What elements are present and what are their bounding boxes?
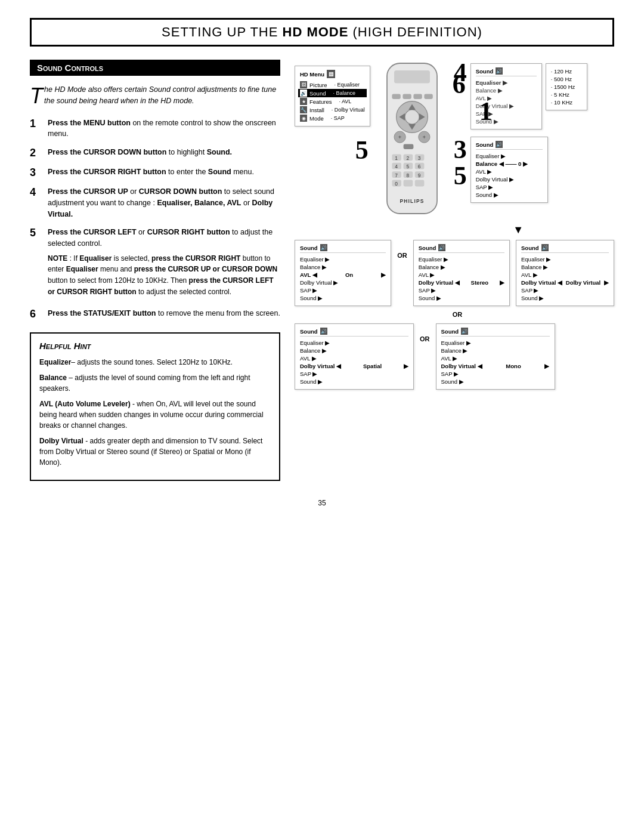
diagrams-container: HD Menu ▤ 🖼 Picture · Equaliser 🔊 Sound … bbox=[295, 60, 614, 390]
intro-text: The HD Mode also offers certain Sound co… bbox=[30, 84, 280, 107]
step-1: 1 Press the MENU button on the remote co… bbox=[30, 118, 280, 140]
step-num-3: 3 bbox=[454, 137, 467, 163]
svg-rect-36 bbox=[403, 180, 413, 187]
step-2: 2 Press the CURSOR DOWN button to highli… bbox=[30, 147, 280, 159]
remote-control: + + 1 bbox=[376, 60, 448, 219]
page-title: Setting up the HD Mode (High Definition) bbox=[30, 18, 614, 47]
dolby-dolby-panel: Sound 🔊 Equaliser ▶ Balance ▶ AVL ▶ Dolb… bbox=[516, 240, 614, 306]
svg-rect-10 bbox=[413, 94, 422, 99]
avl-panel: Sound 🔊 Equaliser ▶ Balance ▶ AVL ◀ On ▶… bbox=[295, 240, 391, 306]
remote-svg: + + 1 bbox=[376, 60, 448, 217]
sound-controls-header: Sound Controls bbox=[30, 60, 280, 76]
balance-panel: Sound 🔊 Equaliser ▶ Balance ◀ —— 0 ▶ AVL… bbox=[470, 137, 548, 203]
svg-text:7: 7 bbox=[395, 172, 398, 178]
svg-text:1: 1 bbox=[395, 155, 398, 161]
hint-para-1: Equalizer– adjusts the sound tones. Sele… bbox=[39, 357, 271, 368]
step-5: 5 Press the CURSOR LEFT or CURSOR RIGHT … bbox=[30, 227, 280, 301]
helpful-hint-title: Helpful Hint bbox=[39, 341, 271, 351]
hint-para-4: Dolby Virtual - adds greater depth and d… bbox=[39, 436, 271, 468]
step-num-5-right: 5 bbox=[454, 163, 467, 189]
svg-rect-16 bbox=[403, 144, 413, 149]
svg-text:8: 8 bbox=[406, 172, 409, 178]
svg-text:3: 3 bbox=[417, 155, 420, 161]
svg-rect-8 bbox=[392, 94, 400, 99]
svg-rect-1 bbox=[394, 70, 430, 84]
step-4: 4 Press the CURSOR UP or CURSOR DOWN but… bbox=[30, 186, 280, 220]
svg-text:4: 4 bbox=[395, 163, 398, 169]
or-connector-3: OR bbox=[420, 323, 430, 343]
step-3: 3 Press the CURSOR RIGHT button to enter… bbox=[30, 166, 280, 179]
svg-text:+: + bbox=[422, 134, 426, 140]
svg-point-3 bbox=[405, 110, 419, 124]
dolby-mono-panel: Sound 🔊 Equaliser ▶ Balance ▶ AVL ▶ Dolb… bbox=[436, 323, 555, 390]
spatial-mono-row: Sound 🔊 Equaliser ▶ Balance ▶ AVL ▶ Dolb… bbox=[295, 323, 614, 390]
dolby-stereo-panel: Sound 🔊 Equaliser ▶ Balance ▶ AVL ▶ Dolb… bbox=[413, 240, 510, 306]
step-6: 6 Press the STATUS/EXIT button to remove… bbox=[30, 308, 280, 320]
hint-para-3: AVL (Auto Volume Leveler) - when On, AVL… bbox=[39, 399, 271, 431]
hd-menu-panel: HD Menu ▤ 🖼 Picture · Equaliser 🔊 Sound … bbox=[295, 66, 370, 127]
helpful-hint-box: Helpful Hint Equalizer– adjusts the soun… bbox=[30, 332, 280, 481]
svg-text:6: 6 bbox=[417, 163, 420, 169]
steps-list: 1 Press the MENU button on the remote co… bbox=[30, 118, 280, 321]
svg-text:9: 9 bbox=[417, 172, 420, 178]
svg-text:5: 5 bbox=[406, 163, 409, 169]
page-number: 35 bbox=[30, 499, 614, 507]
left-column: Sound Controls The HD Mode also offers c… bbox=[30, 60, 280, 481]
avl-dolby-row: Sound 🔊 Equaliser ▶ Balance ▶ AVL ◀ On ▶… bbox=[295, 240, 614, 306]
dolby-spatial-panel: Sound 🔊 Equaliser ▶ Balance ▶ AVL ▶ Dolb… bbox=[295, 323, 414, 390]
or-label-2: OR bbox=[453, 310, 463, 319]
step-number-5: 5 bbox=[355, 137, 369, 163]
right-column: HD Menu ▤ 🖼 Picture · Equaliser 🔊 Sound … bbox=[295, 60, 614, 481]
svg-text:PHILIPS: PHILIPS bbox=[400, 198, 424, 204]
equaliser-submenu: · 120 Hz · 500 Hz · 1500 Hz · 5 KHz · 10… bbox=[546, 63, 587, 110]
note-block: NOTE : If Equaliser is selected, press t… bbox=[48, 253, 280, 297]
arrow-down-1: ▼ bbox=[422, 224, 614, 236]
step-number-6: 6 bbox=[453, 72, 466, 98]
svg-text:+: + bbox=[398, 134, 401, 140]
svg-text:2: 2 bbox=[406, 155, 409, 161]
step-number-1: 1 bbox=[479, 98, 493, 125]
hint-para-2: Balance – adjusts the level of sound com… bbox=[39, 372, 271, 394]
svg-rect-37 bbox=[414, 180, 424, 187]
svg-text:0: 0 bbox=[395, 181, 398, 187]
svg-rect-9 bbox=[402, 94, 411, 99]
or-connector-1: OR bbox=[397, 240, 407, 259]
svg-rect-11 bbox=[424, 94, 432, 99]
